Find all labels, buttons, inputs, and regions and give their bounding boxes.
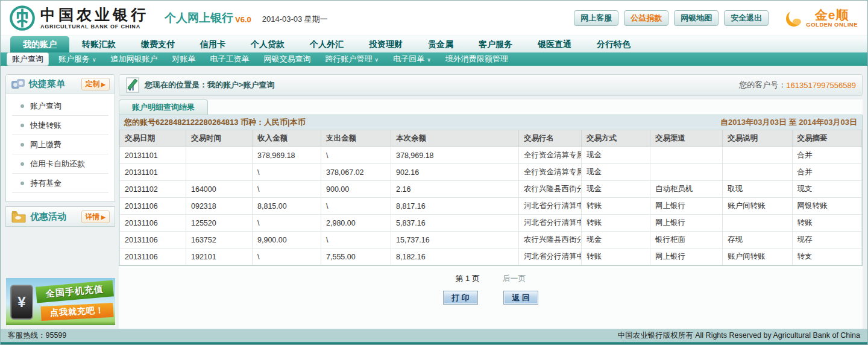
header-link-button[interactable]: 公益捐款 <box>624 10 668 26</box>
nav-tab[interactable]: 信用卡 <box>187 36 238 52</box>
quick-menu-item[interactable]: 信用卡自助还款 <box>12 154 108 174</box>
cell-channel <box>650 164 723 181</box>
subnav-item-label: 账户服务 <box>58 54 90 65</box>
header-link-button[interactable]: 安全退出 <box>724 10 769 26</box>
next-page-link[interactable]: 后一页 <box>503 274 526 283</box>
quick-menu-item-label: 持有基金 <box>30 178 61 189</box>
cell-income: 8,815.00 <box>253 198 321 215</box>
cell-income: \ <box>253 164 321 181</box>
column-header: 交易说明 <box>723 130 793 147</box>
golden-online-logo: 金e顺 GOLDEN ONLINE <box>784 8 858 28</box>
cell-trade-date: 20131102 <box>120 181 186 198</box>
subnav-item[interactable]: 对账单 <box>165 54 203 65</box>
cell-summary: 网银转账 <box>792 198 862 215</box>
nav-tab[interactable]: 客户服务 <box>466 36 525 52</box>
cell-balance: 8,817.16 <box>391 198 519 215</box>
cell-income: \ <box>253 181 321 198</box>
back-button[interactable]: 返 回 <box>503 291 538 305</box>
cell-channel: 银行柜面 <box>650 232 723 248</box>
quick-menu-list: 账户查询 快捷转账 网上缴费 <box>6 94 115 201</box>
cell-channel: 网上银行 <box>650 198 723 215</box>
cell-branch: 全行资金清算专属行部 <box>519 164 582 181</box>
column-header: 收入金额 <box>253 130 321 147</box>
quick-menu-item-label: 信用卡自助还款 <box>30 159 85 169</box>
subnav-item[interactable]: 追加网银账户 <box>104 54 165 65</box>
nav-tab[interactable]: 我的账户 <box>10 36 69 52</box>
subnav-item-label: 网银交易查询 <box>264 54 311 65</box>
product-title: 个人网上银行 <box>165 10 233 26</box>
header-link-button[interactable]: 网银地图 <box>674 10 719 26</box>
subnav-item[interactable]: 电子回单 ∨ <box>386 54 438 65</box>
quick-menu-item-label: 快捷转账 <box>30 120 61 131</box>
quick-menu-box: 快捷菜单 定制 ▶ 账户查询 快捷转账 <box>5 74 115 202</box>
table-row: 20131106 163752 9,900.00 \ 15,737.16 农行兴… <box>120 232 862 248</box>
subnav-item[interactable]: 境外消费限额管理 <box>438 54 515 65</box>
quick-menu-item[interactable]: 账户查询 <box>12 97 108 116</box>
table-row: 20131106 125520 \ 2,980.00 5,837.16 河北省分… <box>120 215 862 232</box>
cell-expense: 900.00 <box>321 181 391 198</box>
nav-tab[interactable]: 银医直通 <box>525 36 584 52</box>
cell-trade-date: 20131106 <box>120 232 186 248</box>
cell-income: 378,969.18 <box>253 147 321 164</box>
print-button[interactable]: 打 印 <box>443 291 478 305</box>
subnav-item[interactable]: 账户服务 ∨ <box>51 54 104 65</box>
phone-icon: ¥ <box>10 285 33 320</box>
brand-name-cn: 金e顺 <box>806 8 858 21</box>
subnav-item[interactable]: 账户查询 <box>7 52 49 66</box>
breadcrumb: 您现在的位置是：我的账户>账户查询 <box>145 80 275 90</box>
header-link-button[interactable]: 网上客服 <box>574 10 618 26</box>
subnav-item[interactable]: 电子工资单 <box>203 54 257 65</box>
quick-menu-item[interactable]: 网上缴费 <box>12 135 108 154</box>
cell-channel: 自动柜员机 <box>650 181 723 198</box>
folder-icon <box>11 210 27 223</box>
nav-tab[interactable]: 分行特色 <box>584 36 643 52</box>
cell-trade-time: 092318 <box>186 198 253 215</box>
cell-method: 现金 <box>582 181 650 198</box>
quick-menu-item[interactable]: 快捷转账 <box>12 116 108 135</box>
pagination: 第 1 页 后一页 <box>119 273 863 284</box>
nav-tab[interactable]: 投资理财 <box>356 36 415 52</box>
subnav-item-label: 账户查询 <box>12 54 43 65</box>
ad-headline: 全国手机充值 <box>36 280 114 303</box>
quick-menu-icon <box>11 78 25 90</box>
details-button[interactable]: 详情 ▶ <box>81 210 110 223</box>
quick-menu-item[interactable]: 持有基金 <box>12 174 108 193</box>
subnav-item[interactable]: 网银交易查询 <box>257 54 318 65</box>
main-section: 您现在的位置是：我的账户>账户查询 您的客户号： 161351799755658… <box>119 74 863 329</box>
location-doc-icon <box>125 77 140 93</box>
cell-description: 取现 <box>723 181 793 198</box>
footer: 客服热线：95599 中国农业银行版权所有 All Rights Reserve… <box>1 329 867 342</box>
bank-name-cn: 中国农业银行 <box>40 7 149 24</box>
customize-button[interactable]: 定制 ▶ <box>81 78 110 90</box>
mobile-recharge-ad[interactable]: ¥ 全国手机充值 点我就充吧！ <box>6 278 115 325</box>
table-row: 20131106 092318 8,815.00 \ 8,817.16 河北省分… <box>120 198 862 215</box>
cell-summary: 合并 <box>792 147 862 164</box>
subnav-item-label: 电子工资单 <box>210 54 250 65</box>
nav-tab[interactable]: 转账汇款 <box>69 36 128 52</box>
subnav-item-label: 境外消费限额管理 <box>445 54 508 65</box>
table-row: 20131101 \ 378,067.02 902.16 全行资金清算专属行部 … <box>120 164 862 181</box>
subnav-item-label: 跨行账户管理 <box>326 54 373 65</box>
table-row: 20131101 378,969.18 \ 378,969.18 全行资金清算专… <box>120 147 862 164</box>
cell-summary: 现存 <box>792 232 862 248</box>
subnav-item[interactable]: 跨行账户管理 ∨ <box>318 54 386 65</box>
nav-tab[interactable]: 缴费支付 <box>128 36 187 52</box>
column-header: 本次余额 <box>391 130 519 147</box>
cell-summary: 转账 <box>792 215 862 232</box>
cell-income: 9,900.00 <box>253 232 321 248</box>
tab-account-detail-result[interactable]: 账户明细查询结果 <box>119 100 208 115</box>
hotline-number: 95599 <box>46 331 67 340</box>
nav-tab[interactable]: 个人外汇 <box>297 36 356 52</box>
account-info-bar: 您的账号6228482122280264813 币种：人民币|本币 自2013年… <box>119 115 862 130</box>
cell-summary: 转支 <box>792 248 862 265</box>
customer-no-value: 1613517997556589 <box>786 81 856 90</box>
cell-method: 现金 <box>582 164 650 181</box>
cell-branch: 农行兴隆县西街分理处 <box>519 232 582 248</box>
nav-tab[interactable]: 个人贷款 <box>238 36 297 52</box>
cell-trade-time: 163752 <box>186 232 253 248</box>
bank-logo: 中国农业银行 AGRICULTURAL BANK OF CHINA <box>9 5 149 31</box>
bullet-icon <box>20 162 24 166</box>
cell-balance: 5,837.16 <box>391 215 519 232</box>
bullet-icon <box>20 124 24 127</box>
nav-tab[interactable]: 贵金属 <box>415 36 466 52</box>
